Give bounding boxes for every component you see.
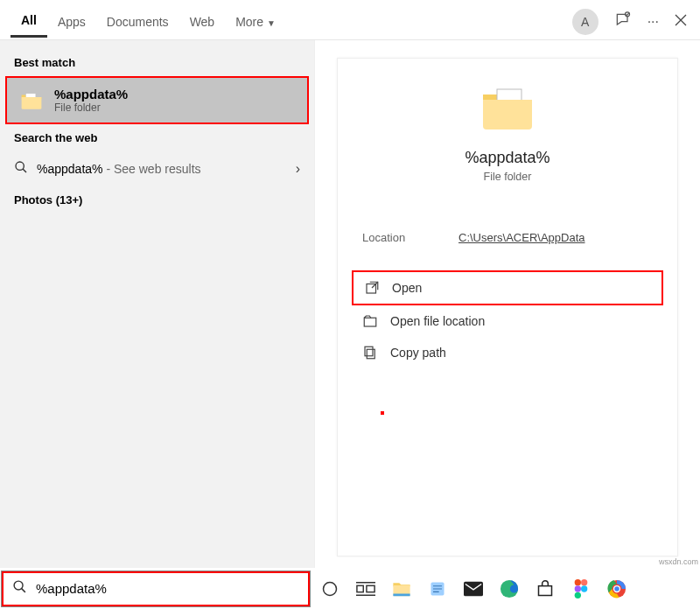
svg-rect-6 [367,349,374,359]
chevron-down-icon: ▼ [267,18,276,28]
results-list: Best match %appdata% File folder Search … [0,40,315,568]
preview-folder-icon [338,80,677,136]
search-filter-tabs: All Apps Documents Web More▼ A ··· [0,0,700,40]
svg-point-8 [14,581,23,590]
taskbar-search[interactable] [2,571,310,606]
svg-rect-14 [464,581,483,596]
result-title: %appdata% [54,87,128,102]
svg-point-21 [581,585,587,592]
svg-rect-16 [539,585,552,595]
svg-rect-10 [357,585,363,592]
search-icon [14,160,28,178]
svg-rect-5 [364,318,376,326]
web-result[interactable]: %appdata% - See web results › [0,151,314,186]
figma-icon[interactable] [571,579,591,598]
edge-icon[interactable] [500,579,519,598]
svg-point-2 [16,162,24,170]
svg-rect-12 [393,593,410,596]
svg-point-24 [614,586,620,592]
action-copy-path[interactable]: Copy path [352,337,663,368]
preview-title: %appdata% [338,149,677,167]
svg-point-19 [575,592,581,598]
svg-rect-11 [367,585,374,592]
folder-icon [19,88,44,113]
feedback-icon[interactable] [614,11,632,32]
best-match-result[interactable]: %appdata% File folder [5,76,309,124]
mail-icon[interactable] [464,579,483,598]
tab-more[interactable]: More▼ [225,4,286,37]
notepad-icon[interactable] [428,579,447,598]
close-icon[interactable] [675,14,687,30]
user-avatar[interactable]: A [572,9,598,35]
svg-point-9 [324,582,337,595]
svg-rect-7 [365,346,373,356]
web-result-suffix: - See web results [103,162,201,176]
action-open-location-label: Open file location [390,314,485,328]
preview-pane-wrap: %appdata% File folder Location C:\Users\… [315,40,700,568]
open-location-icon [362,313,378,329]
tab-documents[interactable]: Documents [96,4,179,37]
action-copy-path-label: Copy path [390,346,446,360]
svg-point-17 [575,579,581,585]
tab-web[interactable]: Web [179,4,226,37]
task-view-icon[interactable] [356,579,375,598]
file-explorer-icon[interactable] [392,579,411,598]
action-open-label: Open [392,281,422,295]
preview-subtitle: File folder [338,171,677,183]
watermark: wsxdn.com [659,557,698,566]
search-results-area: Best match %appdata% File folder Search … [0,40,700,568]
photos-label[interactable]: Photos (13+) [0,186,314,214]
web-result-term: %appdata% [37,162,103,176]
tab-all[interactable]: All [10,2,47,38]
best-match-label: Best match [0,49,314,76]
location-path[interactable]: C:\Users\ACER\AppData [458,231,585,244]
preview-pane: %appdata% File folder Location C:\Users\… [337,58,678,556]
action-open-location[interactable]: Open file location [352,305,663,337]
svg-point-20 [581,579,587,585]
result-subtitle: File folder [54,102,128,114]
chevron-right-icon: › [296,161,300,177]
tab-apps[interactable]: Apps [47,4,96,37]
location-label: Location [362,231,432,244]
annotation-dot [381,411,384,415]
store-icon[interactable] [536,579,555,598]
location-row: Location C:\Users\ACER\AppData [362,231,653,244]
action-open[interactable]: Open [352,270,663,305]
cortana-icon[interactable] [320,579,340,598]
taskbar [0,568,700,609]
search-input[interactable] [36,581,299,596]
open-icon [364,280,380,296]
chrome-icon[interactable] [607,579,626,598]
search-web-label: Search the web [0,124,314,151]
more-icon[interactable]: ··· [648,14,659,30]
search-icon [12,579,27,598]
copy-path-icon [362,345,378,360]
svg-point-18 [575,585,581,592]
taskbar-tray [320,579,626,598]
